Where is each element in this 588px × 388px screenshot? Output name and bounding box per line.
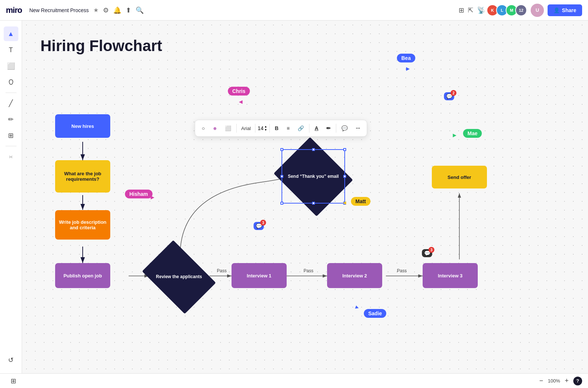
pointer-icon[interactable]: ⇱	[468, 6, 473, 14]
size-up[interactable]: ▲	[264, 125, 267, 128]
svg-text:Pass: Pass	[397, 268, 407, 273]
node-send-thankyou[interactable]: Send “Thank you” email	[283, 151, 344, 202]
hisham-arrow: ▸	[151, 193, 154, 201]
toolbar-sep-5	[336, 124, 336, 133]
bold-btn[interactable]: B	[272, 124, 282, 133]
node-review-applicants[interactable]: Review the applicants	[149, 255, 209, 299]
line-tool[interactable]: ╱	[4, 96, 18, 111]
notification-icon[interactable]: 🔔	[113, 6, 121, 14]
mae-arrow: ▸	[453, 130, 456, 139]
matt-arrow: ◂	[343, 198, 346, 206]
size-down[interactable]: ▼	[264, 129, 267, 132]
comment-icon-2[interactable]: 💬 3	[254, 222, 264, 230]
comment-btn[interactable]: 💬	[338, 124, 351, 133]
align-btn[interactable]: ≡	[284, 124, 293, 133]
shape-circle-btn[interactable]: ○	[199, 124, 208, 133]
toolbar-sep-1	[236, 124, 237, 133]
panel-toggle-btn[interactable]: ⊞	[6, 374, 21, 388]
crop-tool[interactable]: ⊞	[4, 128, 18, 143]
more-tools[interactable]: ›‹	[4, 149, 18, 164]
flowchart-title: Hiring Flowchart	[40, 37, 162, 55]
font-selector[interactable]: Arial	[239, 126, 253, 131]
zoom-level: 100%	[548, 378, 560, 384]
share-button[interactable]: 👤 Share	[548, 4, 582, 16]
zoom-controls: − 100% + ?	[537, 377, 582, 385]
zoom-out-btn[interactable]: −	[537, 377, 546, 385]
miro-logo: miro	[6, 6, 22, 15]
node-new-hires[interactable]: New hires	[55, 114, 110, 138]
node-send-offer[interactable]: Send offer	[432, 166, 487, 188]
svg-text:Pass: Pass	[217, 268, 227, 273]
frame-tool[interactable]: ⬜	[4, 59, 18, 73]
format-toolbar: ○ ● ⬜ Arial 14 ▲ ▼ B ≡ 🔗 A ✏ 💬 ···	[195, 120, 367, 137]
zoom-in-btn[interactable]: +	[562, 377, 571, 385]
help-btn[interactable]: ?	[573, 377, 582, 385]
handle-tl[interactable]	[280, 148, 283, 151]
comment-icon-3[interactable]: 💬 3	[422, 249, 432, 257]
highlight-btn[interactable]: ✏	[323, 124, 334, 133]
node-interview1[interactable]: Interview 1	[232, 263, 287, 288]
grid-icon[interactable]: ⊞	[459, 6, 464, 14]
undo-button[interactable]: ↺	[4, 353, 18, 367]
avatar-count: 12	[515, 4, 527, 16]
font-size-control[interactable]: 14 ▲ ▼	[258, 125, 267, 132]
sadie-arrow: ▸	[355, 303, 361, 312]
color-circle-btn[interactable]: ●	[210, 123, 220, 134]
star-icon[interactable]: ★	[93, 7, 98, 14]
avatar-user: U	[531, 4, 544, 17]
upload-icon[interactable]: ⬆	[126, 6, 131, 14]
chris-arrow: ◂	[239, 97, 243, 106]
node-job-requirements[interactable]: What are the job requirements?	[55, 160, 110, 193]
settings-icon[interactable]: ⚙	[103, 6, 109, 14]
bea-arrow: ◂	[406, 64, 410, 73]
avatar-group: K L M 12	[489, 4, 527, 16]
top-bar: miro New Recruitment Process ★ ⚙ 🔔 ⬆ 🔍 ⊞…	[0, 0, 588, 21]
toolbar-sep-2	[255, 124, 255, 133]
cursor-tool[interactable]: ▲	[4, 26, 18, 41]
toolbar-separator	[6, 93, 17, 93]
underline-btn[interactable]: A	[312, 124, 321, 133]
node-publish-job[interactable]: Publish open job	[55, 263, 110, 288]
node-interview2[interactable]: Interview 2	[327, 263, 382, 288]
search-icon[interactable]: 🔍	[136, 6, 144, 14]
toolbar-sep-3	[269, 124, 270, 133]
more-options-btn[interactable]: ···	[353, 124, 363, 133]
text-tool[interactable]: T	[4, 43, 18, 57]
shape-rect-btn[interactable]: ⬜	[222, 124, 234, 133]
link-btn[interactable]: 🔗	[295, 124, 307, 133]
pencil-tool[interactable]: ✏	[4, 112, 18, 127]
svg-text:Pass: Pass	[304, 268, 313, 273]
toolbar-sep-4	[309, 124, 309, 133]
top-right-area: ⊞ ⇱ 📡 K L M 12 U 👤 Share	[459, 4, 582, 17]
node-write-description[interactable]: Write job description and criteria	[55, 210, 110, 240]
toolbar-separator-2	[6, 146, 17, 146]
handle-tr[interactable]	[343, 148, 346, 151]
share-icon: 👤	[553, 7, 560, 13]
comment-icon-1[interactable]: 💬 2	[444, 92, 454, 100]
node-interview3[interactable]: Interview 3	[423, 263, 478, 288]
lasso-tool[interactable]	[4, 75, 18, 90]
canvas[interactable]: Pass Pass Pass Fail Hiring Flowchart New…	[22, 21, 588, 373]
project-title[interactable]: New Recruitment Process	[29, 7, 89, 13]
left-toolbar: ▲ T ⬜ ╱ ✏ ⊞ ›‹ ↺	[0, 21, 22, 373]
bottom-bar: ⊞ − 100% + ?	[0, 373, 588, 388]
remote-icon[interactable]: 📡	[477, 6, 485, 14]
